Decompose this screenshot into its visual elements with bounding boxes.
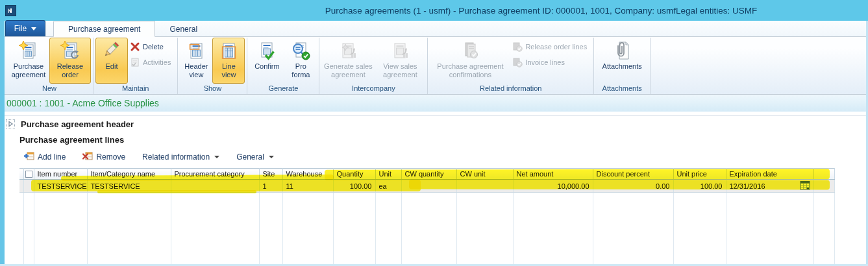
- column-header-cw-quantity[interactable]: CW quantity: [401, 169, 456, 180]
- column-header-unit-price[interactable]: Unit price: [673, 169, 726, 180]
- cell-item-category-name[interactable]: TESTSERVICE: [87, 180, 171, 193]
- column-header-quantity[interactable]: Quantity: [333, 169, 375, 180]
- confirmations-journal-icon: [459, 40, 481, 61]
- ribbon-group-new: Purchase agreement Release order: [6, 38, 93, 94]
- purchase-agreement-button[interactable]: Purchase agreement: [8, 38, 49, 84]
- column-header-cw-unit[interactable]: CW unit: [456, 169, 513, 180]
- view-sales-agreement-icon: [390, 40, 410, 61]
- ribbon-group-show: Header view Line view Show: [178, 38, 247, 94]
- confirm-check-icon: [256, 40, 277, 61]
- ribbon-group-label: New: [8, 84, 91, 94]
- column-header-filler: [813, 169, 834, 180]
- column-header-item-category-name[interactable]: Item/Category name: [87, 169, 171, 180]
- invoice-lines-button[interactable]: Invoice lines: [510, 56, 591, 69]
- new-purchase-agreement-icon: [18, 40, 39, 61]
- pencil-icon: [101, 40, 122, 61]
- chevron-down-icon: [214, 156, 219, 158]
- column-header-expiration-date[interactable]: Expiration date: [726, 169, 813, 180]
- activities-button[interactable]: Activities: [128, 56, 175, 69]
- row-select-cell[interactable]: [23, 180, 34, 193]
- add-line-button[interactable]: Add line: [24, 151, 66, 163]
- tab-general[interactable]: General: [155, 21, 212, 37]
- column-header-site[interactable]: Site: [259, 169, 282, 180]
- cell-unit-price[interactable]: 100.00: [673, 180, 726, 193]
- cell-filler: [813, 180, 834, 193]
- cell-quantity[interactable]: 100.00: [333, 180, 375, 193]
- file-menu-button[interactable]: File: [5, 20, 45, 36]
- attachments-button[interactable]: Attachments: [596, 38, 648, 84]
- header-view-button[interactable]: Header view: [180, 38, 212, 84]
- column-header-item-number[interactable]: Item number: [34, 169, 87, 180]
- purchase-agreement-confirmations-button[interactable]: Purchase agreement confirmations: [430, 38, 510, 84]
- column-header-procurement-category[interactable]: Procurement category: [171, 169, 259, 180]
- pro-forma-button[interactable]: Pro forma: [284, 38, 317, 84]
- lines-check-icon: [512, 42, 523, 52]
- ribbon-tabstrip: File Purchase agreement General: [0, 21, 868, 37]
- cell-item-number[interactable]: TESTSERVICE: [34, 180, 87, 193]
- column-header-discount-percent[interactable]: Discount percent: [593, 169, 673, 180]
- cell-discount-percent[interactable]: 0.00: [593, 180, 673, 193]
- ribbon-group-label: Maintain: [95, 84, 175, 94]
- ribbon-group-attachments: Attachments Attachments: [594, 38, 651, 94]
- view-sales-agreement-button[interactable]: View sales agreement: [375, 38, 425, 84]
- record-caption: 000001 : 1001 - Acme Office Supplies: [0, 98, 159, 108]
- titlebar: Purchase agreements (1 - usmf) - Purchas…: [0, 0, 868, 21]
- edit-button[interactable]: Edit: [95, 38, 128, 84]
- ribbon-group-generate: Confirm Pro forma: [247, 38, 319, 94]
- release-order-button[interactable]: Release order: [49, 38, 91, 84]
- remove-line-icon: [82, 151, 93, 163]
- ribbon-group-related-information: Purchase agreement confirmations Release…: [428, 38, 594, 94]
- generate-sales-agreement-icon: [338, 40, 358, 61]
- cell-procurement-category[interactable]: [171, 180, 259, 193]
- expand-section-icon[interactable]: [6, 119, 15, 128]
- release-order-icon: [60, 40, 81, 61]
- ribbon-group-intercompany: Generate sales agreement View sales agre…: [319, 38, 428, 94]
- release-order-lines-button[interactable]: Release order lines: [510, 40, 591, 53]
- delete-x-icon: [130, 42, 140, 52]
- activities-icon: [130, 57, 140, 67]
- ribbon-group-label: Generate: [249, 84, 317, 94]
- ribbon-group-maintain: Edit Delete: [93, 38, 178, 94]
- confirm-button[interactable]: Confirm: [249, 38, 284, 84]
- cell-site[interactable]: 1: [259, 180, 282, 193]
- calendar-icon[interactable]: [800, 180, 810, 191]
- cell-warehouse[interactable]: 11: [282, 180, 333, 193]
- column-header-net-amount[interactable]: Net amount: [513, 169, 593, 180]
- ribbon-group-label: Related information: [430, 84, 591, 94]
- cell-cw-quantity[interactable]: [401, 180, 456, 193]
- ribbon-group-label: Intercompany: [321, 84, 425, 94]
- delete-button[interactable]: Delete: [128, 40, 175, 53]
- table-row: TESTSERVICE TESTSERVICE 1 11 100.00 ea 1…: [19, 180, 834, 193]
- column-header-unit[interactable]: Unit: [375, 169, 401, 180]
- file-menu-label: File: [14, 24, 27, 33]
- select-all-checkbox-cell[interactable]: [23, 169, 34, 180]
- cell-net-amount[interactable]: 10,000.00: [513, 180, 593, 193]
- paperclip-icon: [612, 40, 632, 61]
- proforma-magnifier-icon: [290, 40, 311, 61]
- ribbon: Purchase agreement Release order: [0, 37, 868, 95]
- header-view-icon: [186, 40, 206, 61]
- cell-expiration-date[interactable]: 12/31/2016: [726, 180, 813, 193]
- grid-header-row: Item number Item/Category name Procureme…: [19, 169, 834, 180]
- ribbon-group-label: Attachments: [596, 84, 648, 94]
- cell-unit[interactable]: ea: [375, 180, 401, 193]
- line-view-icon: [218, 40, 239, 61]
- cell-cw-unit[interactable]: [456, 180, 513, 193]
- purchase-agreement-lines-grid: Item number Item/Category name Procureme…: [19, 168, 868, 264]
- window-left-border: [0, 21, 5, 266]
- select-all-checkbox[interactable]: [25, 171, 32, 178]
- lines-toolbar: Add line Remove Related information Gene…: [0, 148, 868, 166]
- remove-line-button[interactable]: Remove: [82, 151, 125, 163]
- chevron-down-icon: [31, 27, 36, 30]
- window-title: Purchase agreements (1 - usmf) - Purchas…: [0, 6, 868, 16]
- generate-sales-agreement-button[interactable]: Generate sales agreement: [321, 38, 375, 84]
- chevron-down-icon: [269, 156, 274, 158]
- column-header-warehouse[interactable]: Warehouse: [282, 169, 333, 180]
- line-view-button[interactable]: Line view: [212, 38, 245, 84]
- tab-purchase-agreement[interactable]: Purchase agreement: [53, 21, 155, 37]
- record-caption-bar: 000001 : 1001 - Acme Office Supplies: [0, 95, 868, 112]
- related-information-menu-button[interactable]: Related information: [142, 152, 219, 162]
- add-line-icon: [24, 151, 34, 163]
- grid-empty-area: [19, 193, 834, 265]
- general-menu-button[interactable]: General: [236, 152, 274, 162]
